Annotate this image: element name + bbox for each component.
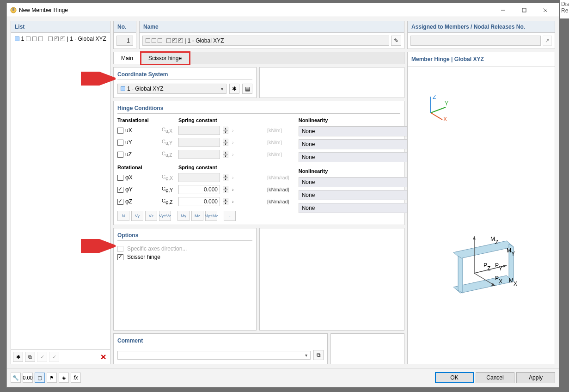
uz-value [178, 150, 220, 159]
maximize-button[interactable] [514, 3, 535, 17]
tab-main[interactable]: Main [114, 52, 141, 64]
cb-icon [26, 37, 31, 41]
svg-line-14 [431, 113, 442, 120]
footer-tool-6[interactable]: fx [71, 373, 81, 383]
list-item-1[interactable]: 1 | 1 - Global XYZ [14, 35, 107, 43]
phiy-row[interactable]: φY [117, 186, 159, 193]
svg-marker-16 [453, 241, 514, 258]
comment-side-panel [330, 333, 404, 364]
preset-mymz[interactable]: My+Mz [205, 211, 217, 221]
coord-select[interactable]: 1 - Global XYZ ▾ [117, 84, 226, 94]
svg-text:Z: Z [433, 94, 436, 100]
uy-value [178, 138, 220, 147]
edit-name-button[interactable]: ✎ [391, 36, 401, 46]
window-title: New Member Hinge [17, 7, 492, 13]
list-item-color [15, 37, 19, 41]
phiy-value[interactable] [178, 185, 220, 194]
assigned-header: Assigned to Members / Nodal Releases No. [408, 21, 555, 33]
dialog-footer: 🔧 0.00 ▢ ⚑ ◈ fx OK Cancel Apply [7, 368, 559, 387]
preview-panel: Member Hinge | Global XYZ Z Y X [407, 52, 555, 364]
coord-panel: Coordinate System 1 - Global XYZ ▾ ✱ ▤ [113, 67, 257, 98]
titlebar: New Member Hinge [7, 3, 559, 17]
close-button[interactable] [535, 3, 556, 17]
svg-rect-7 [522, 8, 526, 12]
svg-text:PY: PY [495, 262, 502, 272]
assigned-input[interactable] [410, 36, 541, 46]
phiz-value[interactable] [178, 197, 220, 206]
cancel-button[interactable]: Cancel [476, 372, 514, 383]
svg-rect-5 [12, 8, 14, 11]
svg-marker-23 [503, 265, 507, 268]
cb-icon [38, 37, 43, 41]
no-input[interactable] [116, 36, 133, 46]
phix-row[interactable]: φX [117, 174, 159, 181]
footer-tool-4[interactable]: ⚑ [47, 373, 57, 383]
preset-n[interactable]: N [117, 211, 129, 221]
phiz-spin[interactable]: ▲▼ [223, 198, 228, 205]
option-scissor-hinge[interactable]: Scissor hinge [117, 253, 252, 261]
footer-tool-5[interactable]: ◈ [59, 373, 69, 383]
preset-clear[interactable]: - [224, 211, 236, 221]
options-panel: Options Specific axes direction... Sciss… [113, 228, 257, 331]
cb-icon [61, 37, 65, 41]
app-icon [10, 6, 17, 14]
coord-side-panel [259, 67, 404, 98]
footer-tool-1[interactable]: 🔧 [11, 373, 21, 383]
tab-scissor-hinge[interactable]: Scissor hinge [141, 52, 190, 64]
option-specific-axes: Specific axes direction... [117, 245, 252, 253]
name-header: Name [140, 21, 404, 33]
apply-button[interactable]: Apply [516, 372, 555, 383]
pick-members-button[interactable]: ↗ [543, 36, 552, 46]
preset-vyvz[interactable]: Vy+Vz [159, 211, 171, 221]
comment-lib-button[interactable]: ⧉ [313, 350, 324, 360]
phiz-row[interactable]: φZ [117, 198, 159, 205]
svg-marker-18 [458, 256, 463, 293]
toolbar-btn-4[interactable]: ✓ [49, 352, 59, 362]
tab-bar: Main Scissor hinge [113, 52, 404, 64]
preview-title: Member Hinge | Global XYZ [408, 52, 555, 67]
options-side-panel [259, 228, 404, 331]
comment-panel: Comment ▾ ⧉ [113, 333, 328, 364]
options-title: Options [117, 232, 252, 241]
axes-icon: Z Y X [422, 94, 449, 122]
ux-value [178, 126, 220, 135]
svg-line-12 [431, 107, 446, 113]
minimize-button[interactable] [492, 3, 514, 17]
footer-tool-3[interactable]: ▢ [35, 373, 45, 383]
cb-icon [32, 37, 37, 41]
svg-marker-21 [473, 236, 476, 239]
new-item-button[interactable]: ✱ [13, 352, 23, 362]
hinge-panel: Hinge Conditions Translational Spring co… [113, 101, 404, 225]
svg-text:Y: Y [445, 100, 448, 107]
uy-row[interactable]: uY [117, 139, 159, 146]
svg-text:MX: MX [509, 277, 517, 287]
coord-new-button[interactable]: ✱ [229, 84, 239, 94]
ux-row[interactable]: uX [117, 127, 159, 134]
list-item-no: 1 [21, 36, 24, 42]
cb-icon [55, 37, 59, 41]
ux-spin: ▲▼ [223, 127, 228, 134]
svg-text:X: X [443, 116, 447, 122]
phiy-spin[interactable]: ▲▼ [223, 186, 228, 193]
member-hinge-diagram: MZ MY PZ PY PX MX [442, 225, 520, 308]
list-item-suffix: | 1 - Global XYZ [67, 36, 106, 42]
copy-item-button[interactable]: ⧉ [25, 352, 35, 362]
coord-lib-button[interactable]: ▤ [242, 84, 252, 94]
list-header: List [11, 21, 110, 33]
background-app-panel: DisRe [560, 0, 569, 18]
preset-vy[interactable]: Vy [131, 211, 143, 221]
comment-input[interactable]: ▾ [117, 351, 311, 360]
phix-value [178, 173, 220, 182]
uz-row[interactable]: uZ [117, 151, 159, 158]
preset-mz[interactable]: Mz [191, 211, 203, 221]
preset-vz[interactable]: Vz [145, 211, 157, 221]
ok-button[interactable]: OK [435, 372, 474, 383]
hinge-title: Hinge Conditions [117, 105, 400, 114]
footer-tool-2[interactable]: 0.00 [23, 373, 33, 383]
toolbar-btn-3[interactable]: ✓ [37, 352, 47, 362]
name-display: | 1 - Global XYZ [142, 36, 389, 46]
preview-canvas[interactable]: Z Y X [408, 67, 555, 364]
delete-item-button[interactable]: ✕ [98, 352, 108, 362]
preset-my[interactable]: My [177, 211, 190, 221]
comment-title: Comment [117, 337, 324, 346]
